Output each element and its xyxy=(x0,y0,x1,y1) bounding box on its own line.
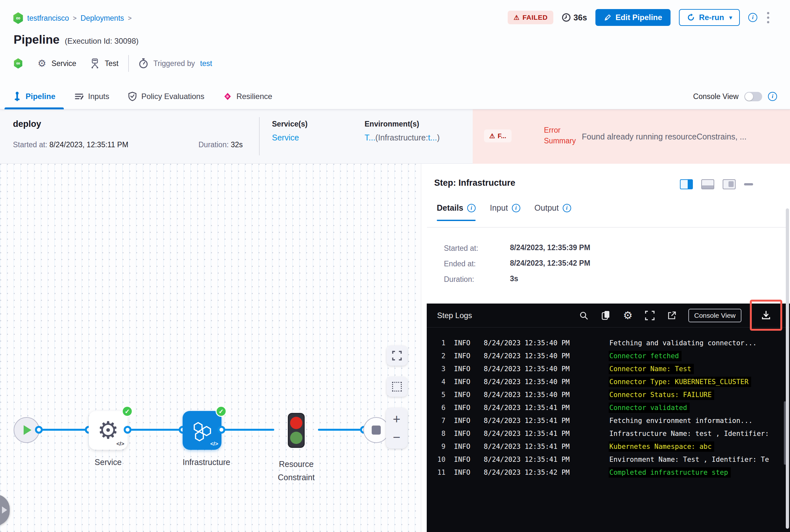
pipeline-meta-row: ∞ ⚙ Service Test Triggered by test xyxy=(14,56,212,71)
execution-id: (Execution Id: 30098) xyxy=(65,37,139,45)
cd-module-icon: ∞ xyxy=(14,58,23,69)
log-line-number: 10 xyxy=(427,456,445,463)
tab-policy-evaluations[interactable]: Policy Evaluations xyxy=(128,83,204,109)
environment-name[interactable]: Test xyxy=(105,59,118,68)
zoom-out-button[interactable]: − xyxy=(393,431,400,444)
tab-pipeline[interactable]: Pipeline xyxy=(13,83,55,109)
log-message: Fetching environment information... xyxy=(609,416,755,426)
layout-floating-button[interactable] xyxy=(723,179,736,189)
node-infrastructure[interactable]: </> xyxy=(183,411,221,450)
more-options-menu[interactable] xyxy=(766,11,771,24)
tab-resilience[interactable]: Resilience xyxy=(223,83,272,109)
log-line-number: 4 xyxy=(427,378,445,386)
title-row: Pipeline (Execution Id: 30098) xyxy=(14,33,139,46)
log-settings-button[interactable]: ⚙ xyxy=(622,310,633,321)
log-timestamp: 8/24/2023 12:35:40 PM xyxy=(484,339,581,347)
log-line-number: 3 xyxy=(427,365,445,373)
step-logs-console: Step Logs ⚙ Console View xyxy=(427,304,790,532)
canvas-zoom-controls: + − xyxy=(386,408,407,449)
tab-input[interactable]: Input i xyxy=(490,203,520,221)
log-console-view-button[interactable]: Console View xyxy=(688,309,741,322)
environment-link[interactable]: T... xyxy=(365,133,375,142)
connector-dot xyxy=(218,426,225,434)
infrastructure-link[interactable]: t... xyxy=(428,133,437,142)
rerun-icon xyxy=(687,13,695,22)
page-scrollbar-thumb[interactable] xyxy=(786,208,789,529)
triggered-by-label: Triggered by xyxy=(153,59,195,68)
console-view-info-icon[interactable]: i xyxy=(768,92,777,101)
log-line-number: 11 xyxy=(427,469,445,476)
edge-constraint-end xyxy=(318,429,364,431)
node-service[interactable]: ⚙ </> xyxy=(89,411,128,450)
layout-right-split-button[interactable] xyxy=(680,179,693,189)
log-open-external-button[interactable] xyxy=(666,310,677,321)
triggered-by-user-link[interactable]: test xyxy=(200,59,212,68)
detail-started-label: Started at: xyxy=(444,244,478,253)
details-info-icon[interactable]: i xyxy=(467,204,476,212)
breadcrumb: ∞ testfrancisco > Deployments > xyxy=(13,12,132,24)
connector-dot xyxy=(35,426,43,434)
service-success-badge: ✓ xyxy=(122,406,133,417)
log-line-number: 8 xyxy=(427,430,445,437)
pipeline-tab-icon xyxy=(13,92,21,101)
log-copy-button[interactable] xyxy=(600,310,611,321)
stop-icon xyxy=(372,425,381,435)
canvas-marquee-select-button[interactable] xyxy=(387,377,407,397)
log-level: INFO xyxy=(454,352,475,360)
page-title: Pipeline xyxy=(14,33,59,46)
breadcrumb-deployments-link[interactable]: Deployments xyxy=(80,14,124,23)
node-resource-constraint[interactable] xyxy=(288,413,305,448)
cd-module-icon: ∞ xyxy=(13,12,23,24)
service-step-gear-icon: ⚙ xyxy=(97,420,119,441)
download-icon xyxy=(761,310,771,320)
error-status-badge: ⚠ F... xyxy=(484,130,512,142)
expand-left-panel-handle[interactable] xyxy=(0,494,10,526)
tab-output[interactable]: Output i xyxy=(535,203,571,221)
breadcrumb-project-link[interactable]: testfrancisco xyxy=(27,14,69,23)
rerun-caret-icon[interactable]: ▾ xyxy=(729,14,732,21)
edit-pipeline-button[interactable]: Edit Pipeline xyxy=(595,9,670,26)
rerun-button[interactable]: Re-run ▾ xyxy=(679,9,740,26)
log-timestamp: 8/24/2023 12:35:41 PM xyxy=(484,443,581,451)
layout-bottom-split-button[interactable] xyxy=(701,179,714,189)
console-view-toggle[interactable] xyxy=(745,92,762,101)
environment-icon xyxy=(90,58,100,69)
copy-icon xyxy=(601,310,611,321)
detail-duration-value: 3s xyxy=(510,274,518,283)
execution-tabbar: Pipeline Inputs Policy Evaluations Resil… xyxy=(0,83,790,109)
service-name[interactable]: Service xyxy=(52,59,76,68)
infrastructure-hexagons-icon xyxy=(190,418,214,443)
header-info-icon[interactable]: i xyxy=(748,13,757,22)
log-lines-area[interactable]: 1INFO8/24/2023 12:35:40 PMFetching and v… xyxy=(427,327,790,532)
template-code-glyph: </> xyxy=(116,441,124,447)
output-info-icon[interactable]: i xyxy=(563,204,571,212)
template-code-glyph: </> xyxy=(210,441,218,447)
input-info-icon[interactable]: i xyxy=(512,204,520,212)
marquee-icon xyxy=(392,382,402,392)
log-line: 9INFO8/24/2023 12:35:41 PMKubernetes Nam… xyxy=(427,440,790,453)
log-level: INFO xyxy=(454,339,475,347)
service-link[interactable]: Service xyxy=(272,133,308,142)
error-summary-message[interactable]: Found already running resourceConstrains… xyxy=(582,132,779,141)
stage-name[interactable]: deploy xyxy=(13,119,41,129)
log-fullscreen-button[interactable] xyxy=(644,310,655,321)
log-line-number: 1 xyxy=(427,339,445,347)
download-highlight-box xyxy=(750,300,782,331)
log-download-button[interactable] xyxy=(760,310,772,321)
log-timestamp: 8/24/2023 12:35:40 PM xyxy=(484,378,581,386)
stage-started: Started at: 8/24/2023, 12:35:11 PM xyxy=(13,140,128,149)
pipeline-graph-canvas[interactable]: ⚙ </> ✓ Service </> ✓ Infrastructure Res… xyxy=(0,164,421,532)
zoom-in-button[interactable]: + xyxy=(393,413,400,425)
canvas-fullscreen-button[interactable] xyxy=(387,346,407,366)
clock-icon xyxy=(562,13,571,22)
detail-started-value: 8/24/2023, 12:35:39 PM xyxy=(510,243,590,252)
tab-details[interactable]: Details i xyxy=(437,203,476,221)
stage-divider xyxy=(259,117,260,155)
log-line: 11INFO8/24/2023 12:35:42 PMCompleted inf… xyxy=(427,466,790,479)
log-level: INFO xyxy=(454,443,475,451)
tab-inputs[interactable]: Inputs xyxy=(74,83,109,109)
log-level: INFO xyxy=(454,404,475,412)
detail-ended-label: Ended at: xyxy=(444,260,476,268)
log-search-button[interactable] xyxy=(578,310,589,321)
minimize-panel-button[interactable] xyxy=(744,183,753,186)
